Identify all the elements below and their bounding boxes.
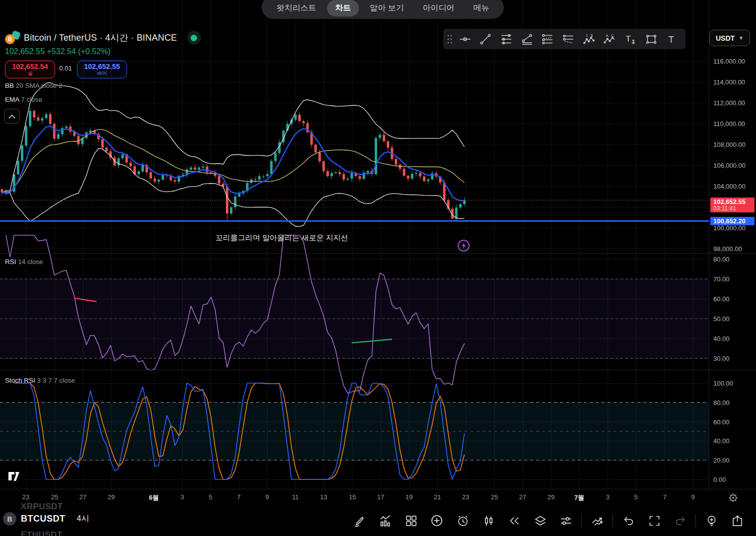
parallel-lines-tool-icon[interactable] [496,30,516,48]
settings-sliders-icon[interactable] [554,510,577,531]
nav-tab-차트[interactable]: 차트 [327,0,359,16]
symbol-header: B Bitcoin / TetherUS · 4시간 · BINANCE 102… [5,31,201,78]
toolbar-divider [613,514,613,527]
pane-separator[interactable] [0,370,756,370]
text-tool-icon[interactable]: T [662,30,682,48]
svg-text:5: 5 [591,33,593,37]
add-icon[interactable] [425,510,448,531]
bar-style-icon[interactable] [477,510,500,531]
replay-rewind-icon[interactable] [503,510,526,531]
price-tick-label: 104,000.00 [713,183,746,190]
symbol-badge-icon: B [3,512,16,526]
horizontal-line-tool-icon[interactable] [455,30,475,48]
next-symbol[interactable]: ETHUSDT [21,530,63,536]
disjoint-channel-tool-icon[interactable] [538,30,557,48]
timezone-settings-icon[interactable] [726,490,741,505]
rsi-tick-label: 60.00 [713,295,730,303]
bottom-toolbar [346,510,750,531]
time-axis[interactable]: 232527296월3579111315171921232527297월3579 [0,489,756,506]
time-tick-label: 27 [79,493,86,501]
time-tick-label: 11 [292,493,299,501]
time-tick-label: 17 [377,493,384,501]
time-tick-label: 6월 [149,493,159,502]
time-tick-label: 23 [462,493,469,501]
price-tick-label: 108,000.00 [713,141,746,148]
time-tick-label: 3 [180,493,184,501]
last-price-badge: 102,652.55 03:11:41 [710,198,755,212]
chart-app: 왓치리스트차트알아 보기아이디어메뉴 B Bitcoin / TetherUS … [0,0,756,536]
nav-tab-아이디어[interactable]: 아이디어 [414,0,462,16]
undo-icon[interactable] [617,510,640,531]
pane-separator[interactable] [0,253,756,254]
tradingview-logo[interactable] [8,471,23,483]
time-tick-label: 5 [208,493,212,501]
top-nav: 왓치리스트차트알아 보기아이디어메뉴 [262,0,504,19]
angle-trend-tool-icon[interactable] [517,30,537,48]
indicator-bb-label[interactable]: BB 20 SMA close 2 [5,82,63,89]
interval-label: 4시 [77,514,89,524]
indicator-stoch-label[interactable]: Stoch RSI 3 3 7 7 close [5,377,75,384]
nav-tab-알아 보기[interactable]: 알아 보기 [362,0,412,16]
symbol-switcher[interactable]: B BTCUSDT 4시 [3,512,89,526]
fullscreen-icon[interactable] [643,510,666,531]
time-tick-label: 27 [519,493,526,501]
chart-text-annotation: 꼬리를그리며 말아올리는 새로운 지지선 [215,233,348,243]
sell-button[interactable]: 102,652.54 셀 [5,61,55,78]
flash-lightning-icon[interactable] [457,239,471,253]
drawing-toolbar: 15 AC T T [443,29,686,49]
price-tick-label: 98,000.00 [713,245,742,253]
drawings-arrows-icon[interactable] [586,510,609,531]
price-axis[interactable]: 102,652.55 03:11:41 100,652.20 116,000.0… [709,0,756,489]
draw-tool-icon[interactable] [348,510,371,531]
collapse-pane-button[interactable] [4,109,20,124]
flat-channel-tool-icon[interactable] [558,30,578,48]
time-tick-label: 9 [265,493,269,501]
trend-line-tool-icon[interactable] [476,30,496,48]
toolbar-divider [581,514,582,527]
toolbar-divider [695,514,696,527]
alert-clock-icon[interactable] [451,510,474,531]
indicator-ema-label[interactable]: EMA 7 close [5,96,42,103]
time-tick-label: 3 [606,493,609,501]
nav-tab-메뉴[interactable]: 메뉴 [465,0,497,16]
layout-grid-icon[interactable] [400,510,422,531]
rsi-tick-label: 30.00 [713,355,730,362]
rsi-tick-label: 80.00 [713,256,730,263]
time-tick-label: 9 [691,493,694,501]
rsi-tick-label: 70.00 [713,275,730,283]
support-price-badge: 100,652.20 [710,217,755,225]
stoch-tick-label: 100.00 [713,380,733,387]
symbol-title[interactable]: Bitcoin / TetherUS · 4시간 · BINANCE [24,32,177,44]
toolbar-drag-handle-icon[interactable] [445,30,454,48]
rsi-tick-label: 40.00 [713,335,730,342]
time-tick-label: 19 [406,493,412,501]
buy-button[interactable]: 102,652.55 바이 [77,61,127,78]
svg-text:T: T [669,34,674,44]
anchored-text-tool-icon[interactable]: T [620,30,640,48]
indicators-icon[interactable] [374,510,397,531]
last-price-change: 102,652.55 +532.54 (+0.52%) [5,47,201,56]
idea-bulb-icon[interactable] [700,510,723,531]
redo-icon[interactable] [669,510,691,531]
svg-text:1: 1 [586,33,588,37]
object-tree-layers-icon[interactable] [529,510,551,531]
time-tick-label: 7월 [574,493,584,502]
market-status-icon[interactable] [187,31,201,45]
stoch-tick-label: 40.00 [713,437,730,445]
rectangle-tool-icon[interactable] [641,30,661,48]
stoch-tick-label: 0.00 [713,476,726,483]
share-icon[interactable] [726,510,749,531]
indicator-rsi-label[interactable]: RSI 14 close [5,258,43,266]
time-tick-label: 29 [548,493,554,501]
time-tick-label: 7 [237,493,240,501]
abc-pattern-tool-icon[interactable]: AC [600,30,619,48]
svg-text:C: C [612,33,614,37]
prev-symbol[interactable]: XRPUSDT [21,502,63,512]
price-tick-label: 114,000.00 [713,78,745,86]
nav-tab-왓치리스트[interactable]: 왓치리스트 [269,0,324,16]
currency-selector[interactable]: USDT▼ [709,30,750,46]
elliott-wave-tool-icon[interactable]: 15 [579,30,599,48]
symbol-pair-icon: B [5,31,20,44]
rsi-tick-label: 50.00 [713,315,730,323]
bottom-bar: XRPUSDT B BTCUSDT 4시 ETHUSDT [0,506,756,536]
